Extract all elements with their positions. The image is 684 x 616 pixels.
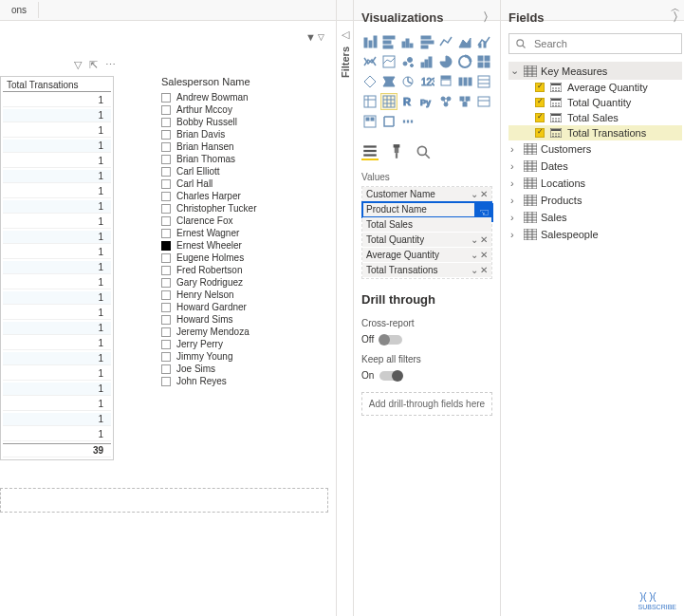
chevron-down-icon[interactable]: ⌄: [471, 250, 478, 260]
slicer-item[interactable]: Joe Sims: [161, 363, 323, 375]
chevron-right-icon[interactable]: ›: [510, 177, 520, 189]
slicer-item[interactable]: John Reyes: [161, 375, 323, 387]
visual-type-icon[interactable]: [399, 53, 416, 70]
empty-visual-placeholder[interactable]: [0, 488, 328, 513]
slicer-item[interactable]: Clarence Fox: [161, 215, 323, 227]
slicer-item[interactable]: Brian Thomas: [161, 153, 323, 165]
slicer-item[interactable]: Arthur Mccoy: [161, 103, 323, 116]
fields-search[interactable]: [508, 33, 682, 54]
slicer-item[interactable]: Howard Sims: [161, 313, 323, 326]
checkbox-icon[interactable]: [161, 167, 171, 177]
checkbox-icon[interactable]: [161, 266, 171, 275]
field-well-item[interactable]: Total Quantity⌄✕: [362, 233, 491, 248]
visual-type-icon[interactable]: Py: [418, 93, 435, 110]
fields-table-node[interactable]: ›Salespeople: [508, 226, 682, 243]
chevron-down-icon[interactable]: ⌄: [471, 265, 478, 275]
visual-type-icon[interactable]: ⋯: [399, 113, 416, 130]
slicer-item[interactable]: Jeremy Mendoza: [161, 326, 323, 338]
analytics-tab-icon[interactable]: [415, 143, 432, 160]
table-row[interactable]: 1: [3, 109, 111, 122]
field-well-item[interactable]: Average Quantity⌄✕: [362, 248, 491, 263]
chevron-down-icon[interactable]: ⌄: [471, 234, 478, 245]
remove-field-icon[interactable]: ✕: [480, 234, 488, 245]
field-checkbox[interactable]: [535, 113, 545, 122]
checkbox-icon[interactable]: [161, 278, 171, 288]
slicer-item[interactable]: Bobby Russell: [161, 116, 323, 128]
checkbox-icon[interactable]: [161, 192, 171, 201]
slicer-item[interactable]: Carl Hall: [161, 177, 323, 190]
checkbox-icon[interactable]: [161, 253, 171, 263]
checkbox-icon[interactable]: [161, 315, 171, 325]
more-options-icon[interactable]: ⋯: [105, 59, 116, 71]
slicer-item[interactable]: Brian Hansen: [161, 140, 323, 153]
visual-type-icon[interactable]: 123: [418, 73, 435, 90]
table-visual[interactable]: Total Transations 1111111111111111111111…: [0, 76, 114, 460]
focus-mode-icon[interactable]: ⇱: [89, 59, 98, 71]
checkbox-icon[interactable]: [161, 229, 171, 238]
table-row[interactable]: 1: [3, 367, 111, 381]
chevron-right-icon[interactable]: ›: [510, 160, 520, 172]
visual-type-icon[interactable]: R: [399, 93, 416, 110]
table-row[interactable]: 1: [3, 124, 111, 138]
slicer-visual[interactable]: Salesperson Name Andrew BowmanArthur Mcc…: [161, 76, 323, 387]
table-row[interactable]: 1: [3, 215, 111, 229]
table-row[interactable]: 1: [3, 398, 111, 411]
visual-type-icon[interactable]: [437, 33, 454, 50]
checkbox-icon[interactable]: [161, 327, 171, 337]
checkbox-icon[interactable]: [161, 364, 171, 374]
field-well-item[interactable]: Customer Name⌄✕: [362, 187, 491, 202]
slicer-item[interactable]: Ernest Wheeler: [161, 239, 323, 252]
visual-type-icon[interactable]: [399, 33, 416, 50]
table-row[interactable]: 1: [3, 276, 111, 289]
checkbox-icon[interactable]: [161, 155, 171, 164]
slicer-item[interactable]: Carl Elliott: [161, 165, 323, 177]
table-row[interactable]: 1: [3, 307, 111, 320]
fields-table-node[interactable]: ⌄Key Measures: [508, 62, 682, 80]
slicer-item[interactable]: Ernest Wagner: [161, 227, 323, 239]
fields-field-node[interactable]: Average Quantity: [508, 80, 682, 95]
table-row[interactable]: 1: [3, 170, 111, 183]
remove-field-icon[interactable]: ✕: [480, 250, 488, 260]
visual-type-icon[interactable]: [361, 93, 379, 110]
visual-type-icon[interactable]: [361, 53, 379, 70]
table-row[interactable]: 1: [3, 261, 111, 274]
chevron-down-icon[interactable]: ⌄: [471, 189, 478, 199]
checkbox-icon[interactable]: [161, 118, 171, 127]
visual-type-icon[interactable]: [475, 33, 492, 50]
slicer-item[interactable]: Eugene Holmes: [161, 252, 323, 264]
cross-report-toggle[interactable]: [379, 335, 402, 345]
collapse-pane-icon[interactable]: 〉: [483, 9, 492, 26]
field-well-item[interactable]: Product Name⌄✕☜: [362, 202, 491, 217]
table-row[interactable]: 1: [3, 413, 111, 426]
checkbox-icon[interactable]: [161, 352, 171, 362]
table-row[interactable]: 1: [3, 94, 111, 107]
filters-pane-collapsed[interactable]: ◁ Filters: [336, 0, 353, 616]
checkbox-icon[interactable]: [161, 93, 171, 103]
fields-table-node[interactable]: ›Customers: [508, 140, 682, 158]
slicer-item[interactable]: Howard Gardner: [161, 301, 323, 313]
checkbox-icon[interactable]: [161, 377, 171, 386]
format-tab-icon[interactable]: [388, 143, 405, 160]
checkbox-icon[interactable]: [161, 179, 171, 189]
fields-search-input[interactable]: [532, 37, 675, 50]
field-checkbox[interactable]: [535, 83, 545, 92]
field-checkbox[interactable]: [535, 98, 545, 107]
visual-type-icon[interactable]: [456, 93, 473, 110]
table-row[interactable]: 1: [3, 428, 111, 441]
chevron-right-icon[interactable]: ›: [510, 195, 520, 206]
table-row[interactable]: 1: [3, 246, 111, 259]
slicer-item[interactable]: Henry Nelson: [161, 289, 323, 301]
visual-type-icon[interactable]: [380, 33, 397, 50]
remove-field-icon[interactable]: ✕: [480, 265, 488, 275]
table-row[interactable]: 1: [3, 383, 111, 396]
slicer-item[interactable]: Brian Davis: [161, 128, 323, 140]
chevron-down-icon[interactable]: ⌄: [510, 65, 520, 77]
chevron-right-icon[interactable]: ›: [510, 212, 520, 223]
drill-through-drop-area[interactable]: Add drill-through fields here: [361, 392, 492, 416]
slicer-item[interactable]: Christopher Tucker: [161, 202, 323, 215]
visual-type-icon[interactable]: [437, 93, 454, 110]
visual-type-icon[interactable]: [437, 53, 454, 70]
visual-type-icon[interactable]: [456, 53, 473, 70]
visual-type-icon[interactable]: [399, 73, 416, 90]
fields-field-node[interactable]: Total Sales: [508, 110, 682, 125]
